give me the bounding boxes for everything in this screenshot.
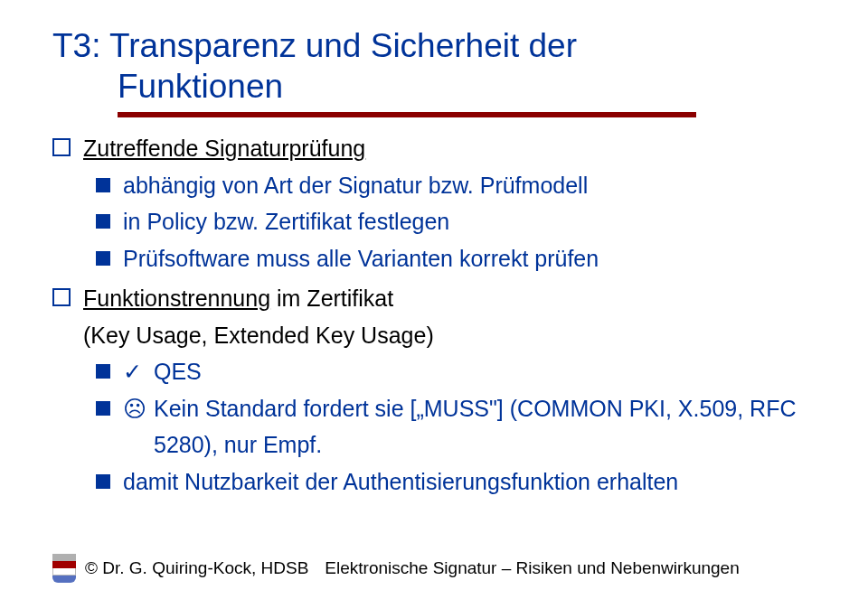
open-square-icon — [52, 138, 71, 156]
bullet-underline: Zutreffende Signaturprüfung — [83, 136, 365, 161]
bullet-lvl1: Zutreffende Signaturprüfung — [52, 130, 816, 167]
bullet-body: Kein Standard fordert sie [„MUSS"] (COMM… — [123, 390, 816, 463]
bullet-lvl1: Funktionstrennung im Zertifikat (Key Usa… — [52, 280, 816, 353]
bullet-text: in Policy bzw. Zertifikat festlegen — [123, 203, 449, 240]
footer-copyright: © Dr. G. Quiring-Kock, HDSB — [85, 558, 308, 578]
bullet-text: damit Nutzbarkeit der Authentisierungsfu… — [123, 463, 678, 501]
filled-square-icon — [96, 251, 110, 266]
bullet-lvl3: QES — [123, 353, 816, 390]
crest-icon — [52, 554, 76, 583]
filled-square-icon — [96, 401, 110, 416]
bullet-text: abhängig von Art der Signatur bzw. Prüfm… — [123, 167, 588, 204]
bullet-text: Kein Standard fordert sie [„MUSS"] (COMM… — [154, 390, 816, 463]
bullet-underline: Funktionstrennung — [83, 285, 270, 311]
bullet-lvl2: damit Nutzbarkeit der Authentisierungsfu… — [96, 463, 816, 501]
content: Zutreffende Signaturprüfung abhängig von… — [52, 130, 816, 500]
bullet-body: Zutreffende Signaturprüfung — [83, 130, 816, 167]
slide: T3: Transparenz und Sicherheit der Funkt… — [0, 0, 868, 599]
filled-square-icon — [96, 178, 110, 192]
title-line-1: T3: Transparenz und Sicherheit der — [52, 25, 816, 66]
footer: © Dr. G. Quiring-Kock, HDSB Elektronisch… — [52, 554, 816, 583]
bullet-rest: im Zertifikat — [270, 285, 393, 311]
bullet-lvl2: in Policy bzw. Zertifikat festlegen — [96, 203, 816, 240]
title-line-2: Funktionen — [52, 66, 816, 107]
title-rule — [118, 112, 696, 117]
bullet-body: Funktionstrennung im Zertifikat (Key Usa… — [83, 280, 816, 353]
slide-title: T3: Transparenz und Sicherheit der Funkt… — [52, 25, 816, 107]
filled-square-icon — [96, 474, 110, 489]
checkmark-icon — [123, 353, 146, 390]
footer-caption: Elektronische Signatur – Risiken und Neb… — [325, 558, 739, 578]
title-rule-wrap — [52, 112, 816, 117]
bullet-paren: (Key Usage, Extended Key Usage) — [83, 317, 816, 354]
bullet-lvl2: QES — [96, 353, 816, 390]
bullet-lvl2: abhängig von Art der Signatur bzw. Prüfm… — [96, 167, 816, 204]
bullet-lvl3: Kein Standard fordert sie [„MUSS"] (COMM… — [123, 390, 816, 463]
open-square-icon — [52, 288, 71, 306]
filled-square-icon — [96, 214, 110, 229]
sadface-icon — [123, 390, 146, 427]
bullet-text: Prüfsoftware muss alle Varianten korrekt… — [123, 240, 599, 277]
filled-square-icon — [96, 364, 110, 379]
bullet-lvl2: Kein Standard fordert sie [„MUSS"] (COMM… — [96, 390, 816, 463]
bullet-text: QES — [154, 353, 202, 390]
bullet-body: QES — [123, 353, 816, 390]
bullet-lvl2: Prüfsoftware muss alle Varianten korrekt… — [96, 240, 816, 277]
